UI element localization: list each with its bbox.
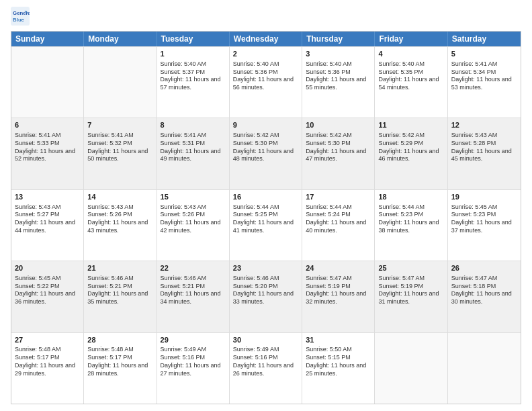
calendar-row: 20Sunrise: 5:45 AMSunset: 5:22 PMDayligh… bbox=[11, 261, 521, 332]
cell-info: Sunrise: 5:41 AMSunset: 5:32 PMDaylight:… bbox=[87, 132, 152, 163]
day-number: 22 bbox=[161, 263, 226, 273]
day-number: 9 bbox=[233, 120, 298, 130]
calendar-cell: 24Sunrise: 5:47 AMSunset: 5:19 PMDayligh… bbox=[302, 261, 375, 332]
cell-info: Sunrise: 5:48 AMSunset: 5:17 PMDaylight:… bbox=[87, 346, 152, 377]
day-number: 29 bbox=[161, 335, 226, 345]
calendar-row: 6Sunrise: 5:41 AMSunset: 5:33 PMDaylight… bbox=[11, 118, 521, 189]
calendar-cell: 15Sunrise: 5:43 AMSunset: 5:26 PMDayligh… bbox=[157, 190, 230, 261]
day-number: 27 bbox=[15, 335, 80, 345]
calendar-cell bbox=[375, 333, 447, 404]
weekday-header: Friday bbox=[375, 32, 447, 46]
calendar-cell: 11Sunrise: 5:42 AMSunset: 5:29 PMDayligh… bbox=[375, 118, 447, 189]
cell-info: Sunrise: 5:43 AMSunset: 5:26 PMDaylight:… bbox=[161, 203, 226, 235]
cell-info: Sunrise: 5:41 AMSunset: 5:31 PMDaylight:… bbox=[161, 132, 226, 163]
calendar-cell: 6Sunrise: 5:41 AMSunset: 5:33 PMDaylight… bbox=[11, 118, 84, 189]
calendar-cell: 10Sunrise: 5:42 AMSunset: 5:30 PMDayligh… bbox=[302, 118, 375, 189]
weekday-header: Tuesday bbox=[157, 32, 230, 46]
calendar-cell: 13Sunrise: 5:43 AMSunset: 5:27 PMDayligh… bbox=[11, 190, 84, 261]
calendar-body: 1Sunrise: 5:40 AMSunset: 5:37 PMDaylight… bbox=[11, 46, 521, 404]
day-number: 6 bbox=[15, 120, 80, 130]
calendar-cell: 17Sunrise: 5:44 AMSunset: 5:24 PMDayligh… bbox=[302, 190, 375, 261]
day-number: 23 bbox=[233, 263, 298, 273]
cell-info: Sunrise: 5:41 AMSunset: 5:33 PMDaylight:… bbox=[15, 132, 80, 163]
calendar-cell: 7Sunrise: 5:41 AMSunset: 5:32 PMDaylight… bbox=[84, 118, 157, 189]
calendar-cell: 20Sunrise: 5:45 AMSunset: 5:22 PMDayligh… bbox=[11, 261, 84, 332]
calendar-cell: 1Sunrise: 5:40 AMSunset: 5:37 PMDaylight… bbox=[157, 47, 230, 118]
weekday-header: Sunday bbox=[11, 32, 84, 46]
day-number: 16 bbox=[233, 192, 298, 202]
cell-info: Sunrise: 5:45 AMSunset: 5:23 PMDaylight:… bbox=[451, 203, 517, 235]
day-number: 5 bbox=[451, 49, 517, 59]
cell-info: Sunrise: 5:43 AMSunset: 5:26 PMDaylight:… bbox=[87, 203, 152, 235]
cell-info: Sunrise: 5:40 AMSunset: 5:36 PMDaylight:… bbox=[306, 60, 371, 92]
calendar-cell: 26Sunrise: 5:47 AMSunset: 5:18 PMDayligh… bbox=[448, 261, 521, 332]
cell-info: Sunrise: 5:41 AMSunset: 5:34 PMDaylight:… bbox=[451, 60, 517, 92]
cell-info: Sunrise: 5:47 AMSunset: 5:19 PMDaylight:… bbox=[378, 275, 443, 306]
cell-info: Sunrise: 5:48 AMSunset: 5:17 PMDaylight:… bbox=[15, 346, 80, 377]
svg-text:Blue: Blue bbox=[13, 17, 25, 23]
day-number: 19 bbox=[451, 192, 517, 202]
day-number: 4 bbox=[378, 49, 443, 59]
calendar-cell: 4Sunrise: 5:40 AMSunset: 5:35 PMDaylight… bbox=[375, 47, 447, 118]
cell-info: Sunrise: 5:42 AMSunset: 5:30 PMDaylight:… bbox=[233, 132, 298, 163]
calendar-cell bbox=[84, 47, 157, 118]
cell-info: Sunrise: 5:40 AMSunset: 5:37 PMDaylight:… bbox=[161, 60, 226, 92]
day-number: 13 bbox=[15, 192, 80, 202]
cell-info: Sunrise: 5:44 AMSunset: 5:25 PMDaylight:… bbox=[233, 203, 298, 235]
cell-info: Sunrise: 5:44 AMSunset: 5:23 PMDaylight:… bbox=[378, 203, 443, 235]
calendar-cell: 21Sunrise: 5:46 AMSunset: 5:21 PMDayligh… bbox=[84, 261, 157, 332]
cell-info: Sunrise: 5:40 AMSunset: 5:35 PMDaylight:… bbox=[378, 60, 443, 92]
weekday-header: Saturday bbox=[448, 32, 521, 46]
weekday-header: Thursday bbox=[302, 32, 375, 46]
day-number: 8 bbox=[161, 120, 226, 130]
calendar-cell: 31Sunrise: 5:50 AMSunset: 5:15 PMDayligh… bbox=[302, 333, 375, 404]
cell-info: Sunrise: 5:47 AMSunset: 5:19 PMDaylight:… bbox=[306, 275, 371, 306]
calendar-cell: 28Sunrise: 5:48 AMSunset: 5:17 PMDayligh… bbox=[84, 333, 157, 404]
calendar-cell: 27Sunrise: 5:48 AMSunset: 5:17 PMDayligh… bbox=[11, 333, 84, 404]
day-number: 20 bbox=[15, 263, 80, 273]
header: General Blue bbox=[11, 7, 521, 26]
logo-icon: General Blue bbox=[11, 7, 30, 26]
calendar-header: SundayMondayTuesdayWednesdayThursdayFrid… bbox=[11, 32, 521, 46]
weekday-header: Wednesday bbox=[230, 32, 302, 46]
day-number: 28 bbox=[87, 335, 152, 345]
page: General Blue SundayMondayTuesdayWednesda… bbox=[0, 0, 532, 411]
calendar-cell: 8Sunrise: 5:41 AMSunset: 5:31 PMDaylight… bbox=[157, 118, 230, 189]
calendar-cell: 22Sunrise: 5:46 AMSunset: 5:21 PMDayligh… bbox=[157, 261, 230, 332]
calendar: SundayMondayTuesdayWednesdayThursdayFrid… bbox=[11, 31, 521, 404]
cell-info: Sunrise: 5:49 AMSunset: 5:16 PMDaylight:… bbox=[233, 346, 298, 377]
calendar-row: 13Sunrise: 5:43 AMSunset: 5:27 PMDayligh… bbox=[11, 189, 521, 261]
svg-text:General: General bbox=[13, 10, 30, 16]
cell-info: Sunrise: 5:43 AMSunset: 5:27 PMDaylight:… bbox=[15, 203, 80, 235]
cell-info: Sunrise: 5:47 AMSunset: 5:18 PMDaylight:… bbox=[451, 275, 517, 306]
calendar-cell: 3Sunrise: 5:40 AMSunset: 5:36 PMDaylight… bbox=[302, 47, 375, 118]
calendar-cell bbox=[448, 333, 521, 404]
cell-info: Sunrise: 5:46 AMSunset: 5:21 PMDaylight:… bbox=[161, 275, 226, 306]
day-number: 3 bbox=[306, 49, 371, 59]
cell-info: Sunrise: 5:42 AMSunset: 5:29 PMDaylight:… bbox=[378, 132, 443, 163]
calendar-cell: 19Sunrise: 5:45 AMSunset: 5:23 PMDayligh… bbox=[448, 190, 521, 261]
day-number: 21 bbox=[87, 263, 152, 273]
day-number: 1 bbox=[161, 49, 226, 59]
day-number: 10 bbox=[306, 120, 371, 130]
day-number: 30 bbox=[233, 335, 298, 345]
logo: General Blue bbox=[11, 7, 30, 26]
calendar-row: 27Sunrise: 5:48 AMSunset: 5:17 PMDayligh… bbox=[11, 332, 521, 404]
day-number: 2 bbox=[233, 49, 298, 59]
calendar-cell: 12Sunrise: 5:43 AMSunset: 5:28 PMDayligh… bbox=[448, 118, 521, 189]
calendar-cell: 5Sunrise: 5:41 AMSunset: 5:34 PMDaylight… bbox=[448, 47, 521, 118]
day-number: 15 bbox=[161, 192, 226, 202]
cell-info: Sunrise: 5:50 AMSunset: 5:15 PMDaylight:… bbox=[306, 346, 371, 377]
calendar-cell: 14Sunrise: 5:43 AMSunset: 5:26 PMDayligh… bbox=[84, 190, 157, 261]
day-number: 12 bbox=[451, 120, 517, 130]
day-number: 7 bbox=[87, 120, 152, 130]
day-number: 18 bbox=[378, 192, 443, 202]
day-number: 14 bbox=[87, 192, 152, 202]
weekday-header: Monday bbox=[84, 32, 157, 46]
calendar-cell: 29Sunrise: 5:49 AMSunset: 5:16 PMDayligh… bbox=[157, 333, 230, 404]
calendar-cell: 9Sunrise: 5:42 AMSunset: 5:30 PMDaylight… bbox=[230, 118, 302, 189]
day-number: 25 bbox=[378, 263, 443, 273]
day-number: 31 bbox=[306, 335, 371, 345]
calendar-cell: 16Sunrise: 5:44 AMSunset: 5:25 PMDayligh… bbox=[230, 190, 302, 261]
calendar-cell: 25Sunrise: 5:47 AMSunset: 5:19 PMDayligh… bbox=[375, 261, 447, 332]
